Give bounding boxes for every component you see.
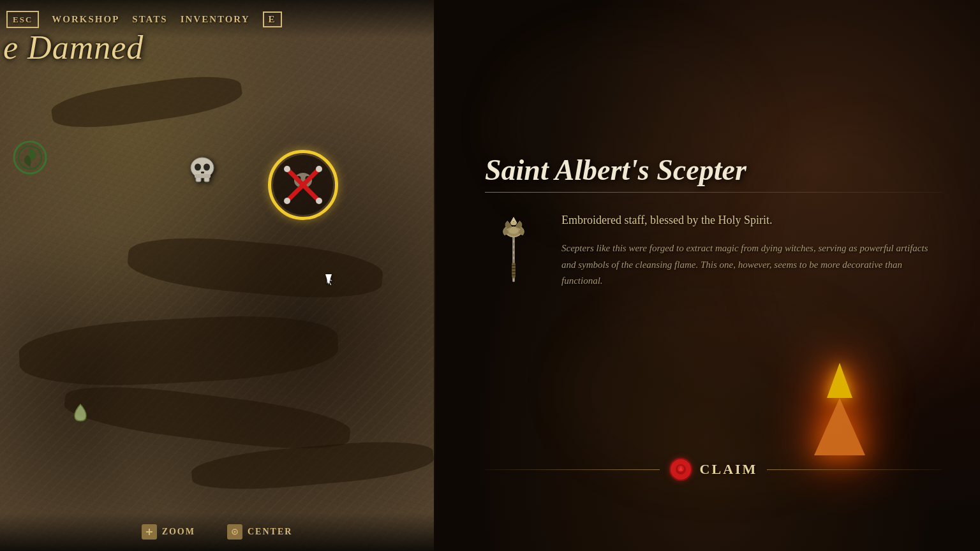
svg-rect-8	[201, 172, 204, 173]
claim-label[interactable]: CLAIM	[700, 461, 758, 478]
map-icon-green-swirl[interactable]	[13, 140, 48, 175]
svg-rect-5	[195, 174, 211, 178]
center-icon	[227, 524, 242, 540]
svg-point-16	[316, 166, 322, 172]
map-icon-skull[interactable]	[188, 156, 217, 189]
title-divider	[485, 192, 942, 193]
svg-point-27	[510, 221, 517, 225]
item-content: Embroidered staff, blessed by the Holy S…	[485, 212, 942, 290]
claim-line-left	[485, 469, 660, 470]
nav-e-key[interactable]: E	[263, 11, 282, 27]
center-label: CENTER	[248, 527, 292, 537]
right-info-panel: Saint Albert's Scepter	[434, 0, 980, 551]
svg-point-14	[284, 166, 290, 172]
item-image	[485, 212, 542, 288]
center-button[interactable]: CENTER	[227, 524, 292, 540]
map-icon-drop[interactable]	[73, 403, 87, 427]
item-short-description: Embroidered staff, blessed by the Holy S…	[561, 212, 942, 229]
svg-point-21	[234, 531, 235, 533]
scepter-icon	[491, 214, 536, 287]
svg-point-6	[195, 164, 201, 171]
map-title: e Damned	[3, 29, 144, 66]
svg-point-17	[284, 198, 290, 204]
claim-section: CLAIM	[485, 458, 942, 481]
item-title: Saint Albert's Scepter	[485, 153, 942, 187]
nav-stats[interactable]: STATS	[132, 14, 167, 25]
nav-inventory[interactable]: INVENTORY	[181, 14, 250, 25]
item-description: Embroidered staff, blessed by the Holy S…	[561, 212, 942, 290]
svg-point-7	[204, 164, 210, 171]
map-bottom-bar: ZOOM CENTER	[0, 513, 434, 551]
claim-button[interactable]: CLAIM	[669, 458, 758, 481]
icon-background	[273, 155, 333, 215]
map-panel: ESC WORKSHOP STATS INVENTORY E e Damned	[0, 0, 434, 551]
zoom-button[interactable]: ZOOM	[142, 524, 195, 540]
svg-point-25	[509, 228, 518, 234]
svg-rect-28	[512, 262, 516, 277]
map-icon-selected-location[interactable]	[268, 150, 338, 220]
nav-esc[interactable]: ESC	[6, 14, 39, 25]
claim-line-right	[767, 469, 942, 470]
panel-divider	[434, 0, 435, 551]
svg-rect-19	[149, 529, 150, 535]
map-icons-container	[0, 0, 434, 551]
item-lore-text: Scepters like this were forged to extrac…	[561, 240, 942, 290]
claim-icon	[669, 458, 692, 481]
svg-point-15	[316, 198, 322, 204]
zoom-icon	[142, 524, 157, 540]
nav-workshop[interactable]: WORKSHOP	[52, 14, 119, 25]
zoom-label: ZOOM	[162, 527, 195, 537]
